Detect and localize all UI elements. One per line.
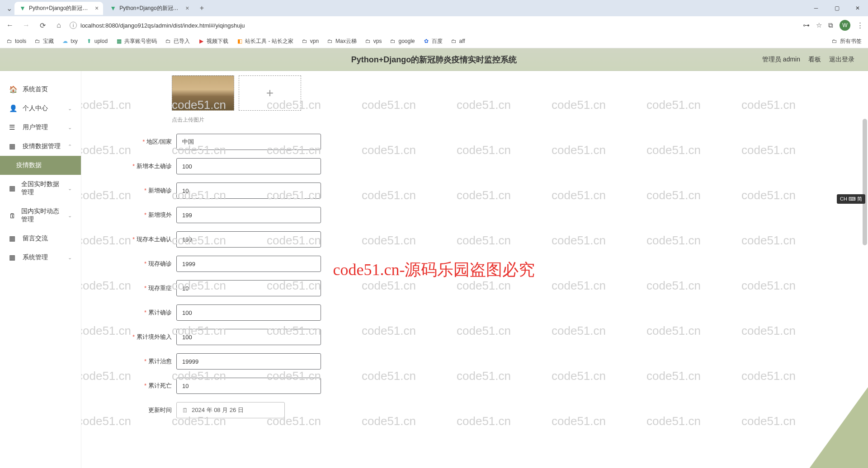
upload-thumbnail[interactable]: [172, 75, 234, 111]
bookmark-google[interactable]: 🗀google: [390, 38, 415, 44]
folder-icon: 🗀: [831, 38, 838, 44]
bookmark-vpn[interactable]: 🗀vpn: [302, 38, 319, 44]
form-input-7[interactable]: [176, 304, 321, 321]
form-row-date: 更新时间 🗓 2024 年 08 月 26 日: [127, 402, 850, 418]
sidebar-item-message[interactable]: ▦ 留言交流: [0, 229, 81, 248]
form-row: 累计治愈: [127, 353, 850, 370]
chevron-down-icon: ⌄: [68, 125, 72, 131]
ime-badge[interactable]: CH ⌨ 简: [837, 194, 865, 204]
form-row: 现存确诊: [127, 256, 850, 272]
chevron-down-icon: ⌄: [68, 213, 72, 219]
folder-icon: 🗀: [390, 38, 396, 44]
maximize-button[interactable]: ▢: [826, 0, 847, 16]
browser-tab[interactable]: ▼ Python+Django的新冠肺炎疫 ×: [105, 2, 193, 15]
password-icon[interactable]: ⊶: [803, 21, 810, 29]
address-bar: ← → ⟳ ⌂ i localhost:8080/django912qs/adm…: [0, 16, 868, 34]
new-tab-button[interactable]: +: [195, 4, 208, 12]
url-text: localhost:8080/django912qs/admin/dist/in…: [80, 22, 245, 29]
home-icon: 🏠: [9, 85, 17, 94]
form-input-8[interactable]: [176, 329, 321, 345]
form-label: 新增本土确诊: [127, 162, 176, 170]
bookmark-txy[interactable]: ☁txy: [62, 38, 77, 44]
folder-icon: 🗀: [365, 38, 371, 44]
profile-avatar[interactable]: W: [840, 20, 850, 31]
sidebar-item-domestic[interactable]: 🗓 国内实时动态管理 ⌄: [0, 202, 81, 229]
bookmark-video[interactable]: ▶视频下载: [198, 37, 228, 45]
form-input-0[interactable]: [176, 134, 321, 150]
tab-title: Python+Django的新冠肺炎疫: [29, 5, 92, 12]
form-input-2[interactable]: [176, 183, 321, 199]
grid-icon: ▦: [9, 253, 17, 262]
sidebar-item-home[interactable]: 🏠 系统首页: [0, 80, 81, 99]
window-controls: ─ ▢ ✕: [806, 0, 868, 16]
form-input-4[interactable]: [176, 231, 321, 248]
logout-link[interactable]: 退出登录: [829, 56, 854, 64]
form-label: 现存本土确认: [127, 235, 176, 243]
sidebar-item-system[interactable]: ▦ 系统管理 ⌄: [0, 248, 81, 267]
bookmark-uplod[interactable]: ⬆uplod: [86, 38, 108, 44]
sidebar-item-profile[interactable]: 👤 个人中心 ⌄: [0, 99, 81, 118]
bookmark-share[interactable]: ▦共享账号密码: [116, 37, 157, 45]
sidebar-item-epidemic-active[interactable]: 疫情数据: [0, 156, 81, 175]
date-picker[interactable]: 🗓 2024 年 08 月 26 日: [176, 402, 285, 418]
form-input-6[interactable]: [176, 280, 321, 296]
form-input-5[interactable]: [176, 256, 321, 272]
admin-label[interactable]: 管理员 admin: [762, 56, 800, 64]
content-area: + 点击上传图片 地区/国家新增本土确诊新增确诊新增境外现存本土确认现存确诊现存…: [81, 71, 868, 468]
bookmark-zhanzhang[interactable]: ◧站长工具 - 站长之家: [236, 37, 293, 45]
browser-tab-active[interactable]: ▼ Python+Django的新冠肺炎疫 ×: [14, 2, 103, 15]
form-row: 新增境外: [127, 207, 850, 223]
tab-dropdown[interactable]: ⌄: [4, 4, 14, 13]
url-box[interactable]: i localhost:8080/django912qs/admin/dist/…: [70, 22, 797, 29]
form-label-date: 更新时间: [127, 406, 176, 414]
close-window-button[interactable]: ✕: [847, 0, 868, 16]
upload-add-button[interactable]: +: [239, 75, 301, 111]
form-input-10[interactable]: [176, 378, 321, 394]
bookmark-max[interactable]: 🗀Max云梯: [327, 37, 357, 45]
close-icon[interactable]: ×: [95, 5, 99, 12]
form-input-1[interactable]: [176, 158, 321, 174]
video-icon: ▶: [198, 38, 204, 44]
form-label: 累计死亡: [127, 382, 176, 390]
sheet-icon: ▦: [116, 38, 122, 44]
form-label: 新增境外: [127, 211, 176, 219]
user-icon: 👤: [9, 104, 17, 112]
chevron-down-icon: ⌄: [68, 255, 72, 261]
scrollbar-thumb[interactable]: [863, 119, 867, 245]
bookmark-tools[interactable]: 🗀tools: [6, 38, 26, 44]
all-bookmarks[interactable]: 🗀所有书签: [831, 37, 862, 45]
bookmark-imported[interactable]: 🗀已导入: [165, 37, 190, 45]
minimize-button[interactable]: ─: [806, 0, 826, 16]
extensions-icon[interactable]: ⧉: [828, 21, 833, 29]
folder-icon: 🗀: [302, 38, 308, 44]
tab-bar: ⌄ ▼ Python+Django的新冠肺炎疫 × ▼ Python+Djang…: [0, 0, 868, 16]
sidebar-item-users[interactable]: ☰ 用户管理 ⌄: [0, 118, 81, 137]
close-icon[interactable]: ×: [185, 5, 189, 12]
form-row: 新增本土确诊: [127, 158, 850, 174]
back-button[interactable]: ←: [5, 21, 15, 29]
address-actions: ⊶ ☆ ⧉ W ⋮: [803, 20, 863, 31]
site-info-icon[interactable]: i: [70, 22, 77, 29]
forward-button[interactable]: →: [21, 21, 32, 29]
form-row: 地区/国家: [127, 134, 850, 150]
bookmark-star-icon[interactable]: ☆: [816, 21, 822, 29]
folder-icon: 🗀: [327, 38, 333, 44]
cloud-icon: ☁: [62, 38, 68, 44]
bookmark-aff[interactable]: 🗀aff: [451, 38, 465, 44]
bookmark-baoz[interactable]: 🗀宝藏: [34, 37, 54, 45]
form-row: 现存本土确认: [127, 231, 850, 248]
sidebar-item-national[interactable]: ▦ 全国实时数据管理 ⌄: [0, 175, 81, 202]
bookmark-vps[interactable]: 🗀vps: [365, 38, 382, 44]
form-label: 累计治愈: [127, 357, 176, 365]
home-button[interactable]: ⌂: [53, 21, 64, 29]
dashboard-link[interactable]: 看板: [808, 56, 821, 64]
bookmark-baidu[interactable]: ✿百度: [423, 37, 443, 45]
form-label: 现存重症: [127, 284, 176, 292]
date-value: 2024 年 08 月 26 日: [192, 406, 244, 414]
folder-icon: 🗀: [34, 38, 41, 44]
menu-icon[interactable]: ⋮: [857, 21, 863, 29]
form-input-3[interactable]: [176, 207, 321, 223]
reload-button[interactable]: ⟳: [37, 21, 48, 30]
form-input-9[interactable]: [176, 353, 321, 370]
sidebar-item-epidemic-data[interactable]: ▦ 疫情数据管理 ⌃: [0, 137, 81, 156]
